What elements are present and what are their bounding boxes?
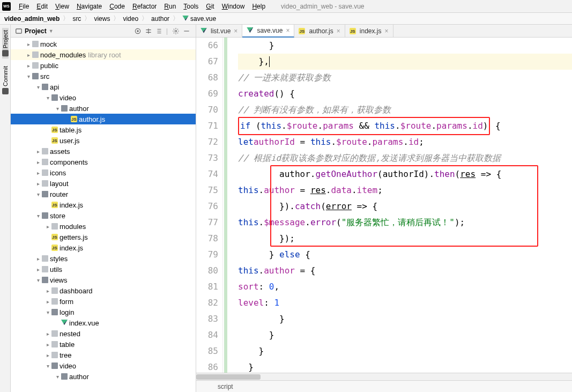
tree-item-index.js[interactable]: JSindex.js bbox=[11, 199, 196, 210]
tree-item-author[interactable]: ▾author bbox=[11, 371, 196, 382]
folder-icon bbox=[51, 352, 58, 358]
tree-item-modules[interactable]: ▸modules bbox=[11, 221, 196, 232]
tab-author.js[interactable]: JSauthor.js× bbox=[294, 25, 345, 37]
menu-edit[interactable]: Edit bbox=[33, 3, 51, 10]
menu-navigate[interactable]: Navigate bbox=[73, 3, 106, 10]
js-icon: JS bbox=[350, 28, 356, 34]
project-header: Project ▼ | bbox=[11, 25, 196, 38]
folder-open-icon bbox=[61, 373, 68, 380]
horizontal-scrollbar[interactable] bbox=[196, 373, 572, 380]
crumb-video_admin_web[interactable]: video_admin_web bbox=[3, 15, 61, 23]
tree-item-mock[interactable]: ▸mock bbox=[11, 39, 196, 49]
tree-item-router[interactable]: ▾router bbox=[11, 189, 196, 199]
tree-item-dashboard[interactable]: ▸dashboard bbox=[11, 285, 196, 296]
tree-item-styles[interactable]: ▸styles bbox=[11, 253, 196, 264]
menu-help[interactable]: Help bbox=[248, 3, 269, 10]
vue-icon bbox=[182, 16, 189, 22]
folder-icon bbox=[51, 223, 58, 230]
tree-item-nested[interactable]: ▸nested bbox=[11, 328, 196, 339]
tree-item-icons[interactable]: ▸icons bbox=[11, 167, 196, 178]
menu-code[interactable]: Code bbox=[106, 3, 129, 10]
crumb-video[interactable]: video bbox=[122, 15, 139, 23]
tree-item-store[interactable]: ▾store bbox=[11, 210, 196, 221]
tree-item-table[interactable]: ▸table bbox=[11, 339, 196, 350]
project-tree[interactable]: ▸mock▸node_moduleslibrary root▸public▾sr… bbox=[11, 38, 196, 392]
tree-item-index.vue[interactable]: index.vue bbox=[11, 317, 196, 328]
close-icon[interactable]: × bbox=[234, 27, 237, 35]
vue-icon bbox=[247, 27, 253, 34]
js-icon: JS bbox=[51, 245, 58, 251]
hide-button[interactable] bbox=[182, 26, 191, 36]
folder-icon bbox=[51, 298, 58, 305]
locate-button[interactable] bbox=[133, 26, 143, 36]
folder-icon bbox=[42, 169, 48, 176]
editor-breadcrumb[interactable]: script bbox=[196, 380, 572, 392]
menu-refactor[interactable]: Refactor bbox=[129, 3, 160, 10]
folder-open-icon bbox=[42, 191, 48, 197]
tree-item-utils[interactable]: ▸utils bbox=[11, 264, 196, 275]
tool-project[interactable]: Project bbox=[2, 28, 9, 58]
folder-icon bbox=[32, 62, 39, 69]
tool-commit[interactable]: Commit bbox=[2, 64, 9, 97]
expand-all-button[interactable] bbox=[144, 26, 153, 36]
tree-item-layout[interactable]: ▸layout bbox=[11, 178, 196, 189]
menu-tools[interactable]: Tools bbox=[180, 3, 202, 10]
code-editor[interactable]: 6667686970717273747576777879808182838485… bbox=[196, 38, 572, 373]
tab-save.vue[interactable]: save.vue× bbox=[242, 25, 294, 38]
tree-item-views[interactable]: ▾views bbox=[11, 275, 196, 285]
tab-index.js[interactable]: JSindex.js× bbox=[345, 25, 393, 37]
folder-icon bbox=[32, 51, 39, 58]
folder-open-icon bbox=[42, 212, 48, 219]
tree-item-video[interactable]: ▾video bbox=[11, 92, 196, 103]
folder-open-icon bbox=[61, 105, 68, 112]
js-icon: JS bbox=[51, 202, 58, 208]
tree-item-index.js[interactable]: JSindex.js bbox=[11, 242, 196, 253]
menu-view[interactable]: View bbox=[51, 3, 73, 10]
tree-item-tree[interactable]: ▸tree bbox=[11, 350, 196, 360]
svg-point-3 bbox=[175, 30, 177, 32]
crumb-src[interactable]: src bbox=[71, 15, 82, 23]
tree-item-video[interactable]: ▾video bbox=[11, 360, 196, 371]
folder-open-icon bbox=[42, 277, 48, 283]
tab-list.vue[interactable]: list.vue× bbox=[196, 25, 242, 37]
tree-item-public[interactable]: ▸public bbox=[11, 60, 196, 71]
project-panel: Project ▼ | ▸mock▸node_moduleslibrary ro… bbox=[11, 25, 196, 392]
project-view-selector[interactable]: Project ▼ bbox=[15, 27, 54, 35]
folder-open-icon bbox=[42, 84, 48, 90]
folder-open-icon bbox=[51, 309, 58, 315]
folder-icon bbox=[42, 159, 48, 165]
menu-file[interactable]: File bbox=[15, 3, 33, 10]
tree-item-login[interactable]: ▾login bbox=[11, 307, 196, 317]
close-icon[interactable]: × bbox=[337, 27, 340, 35]
folder-open-icon bbox=[51, 363, 58, 369]
menu-run[interactable]: Run bbox=[160, 3, 180, 10]
folder-open-icon bbox=[32, 73, 39, 79]
tree-item-form[interactable]: ▸form bbox=[11, 296, 196, 307]
js-icon: JS bbox=[51, 137, 58, 144]
js-icon: JS bbox=[299, 28, 305, 34]
tree-item-getters.js[interactable]: JSgetters.js bbox=[11, 232, 196, 242]
crumb-author[interactable]: author bbox=[150, 15, 170, 23]
vue-icon bbox=[200, 28, 207, 34]
folder-icon bbox=[42, 180, 48, 187]
close-icon[interactable]: × bbox=[385, 27, 389, 35]
app-logo: WS bbox=[2, 2, 11, 11]
settings-button[interactable] bbox=[171, 26, 181, 36]
tree-item-api[interactable]: ▾api bbox=[11, 82, 196, 92]
tree-item-node_modules[interactable]: ▸node_moduleslibrary root bbox=[11, 49, 196, 60]
tree-item-assets[interactable]: ▸assets bbox=[11, 146, 196, 157]
project-header-label: Project bbox=[25, 27, 47, 35]
menu-git[interactable]: Git bbox=[202, 3, 218, 10]
crumb-save.vue[interactable]: save.vue bbox=[181, 15, 217, 23]
tree-item-author.js[interactable]: JSauthor.js bbox=[11, 114, 196, 124]
crumb-views[interactable]: views bbox=[93, 15, 111, 23]
menu-window[interactable]: Window bbox=[218, 3, 249, 10]
tree-item-author[interactable]: ▾author bbox=[11, 103, 196, 114]
tree-item-table.js[interactable]: JStable.js bbox=[11, 124, 196, 135]
js-icon: JS bbox=[71, 116, 77, 122]
tree-item-src[interactable]: ▾src bbox=[11, 71, 196, 82]
tree-item-components[interactable]: ▸components bbox=[11, 157, 196, 167]
collapse-all-button[interactable] bbox=[154, 26, 164, 36]
close-icon[interactable]: × bbox=[286, 27, 289, 34]
tree-item-user.js[interactable]: JSuser.js bbox=[11, 135, 196, 146]
